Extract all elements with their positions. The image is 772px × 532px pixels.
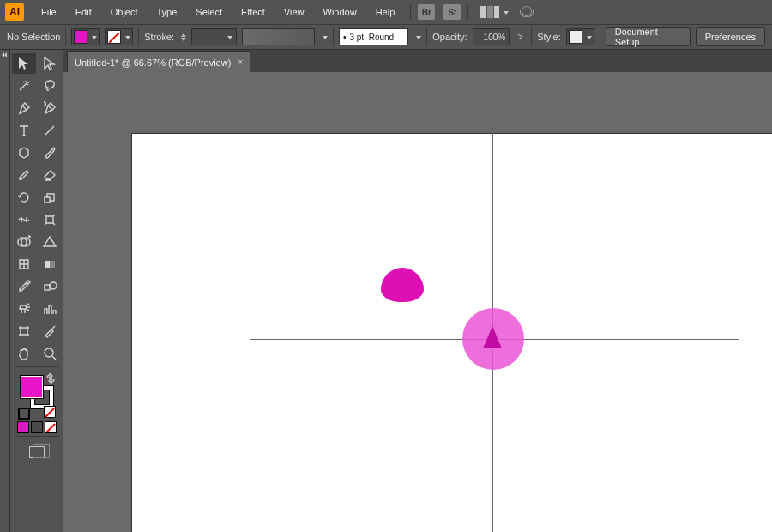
menu-select[interactable]: Select xyxy=(187,3,231,21)
fill-proxy-icon[interactable] xyxy=(20,375,44,399)
brush-definition[interactable]: • 3 pt. Round xyxy=(339,28,408,45)
fill-swatch[interactable] xyxy=(71,28,100,45)
app-logo: Ai xyxy=(5,3,24,21)
artboard xyxy=(132,134,772,532)
fill-stroke-proxy[interactable] xyxy=(20,375,54,409)
document-setup-button[interactable]: Document Setup xyxy=(606,27,691,46)
preferences-button[interactable]: Preferences xyxy=(696,27,765,46)
lasso-tool[interactable] xyxy=(38,76,62,96)
stroke-swatch[interactable] xyxy=(105,28,133,45)
chevron-down-icon[interactable] xyxy=(504,11,509,15)
stroke-weight-stepper[interactable] xyxy=(181,33,186,41)
menu-help[interactable]: Help xyxy=(367,3,404,21)
menu-file[interactable]: File xyxy=(33,3,65,21)
arrange-documents-icon[interactable] xyxy=(480,6,499,18)
mesh-tool[interactable] xyxy=(12,254,36,275)
direct-selection-tool[interactable] xyxy=(38,53,62,74)
separator xyxy=(531,27,532,46)
magic-wand-tool[interactable] xyxy=(12,76,36,96)
separator xyxy=(467,4,468,20)
hand-tool[interactable] xyxy=(12,343,36,364)
color-mode-gradient-icon[interactable] xyxy=(31,421,43,433)
stock-badge-icon[interactable]: St xyxy=(443,4,461,20)
document-tab-title: Untitled-1* @ 66.67% (RGB/Preview) xyxy=(75,57,231,68)
perspective-grid-tool[interactable] xyxy=(38,232,62,252)
stroke-label: Stroke: xyxy=(144,32,174,42)
symbol-sprayer-tool[interactable] xyxy=(12,299,36,319)
artboard-tool[interactable] xyxy=(12,321,36,342)
color-mode-color-icon[interactable] xyxy=(17,421,29,433)
rotate-tool[interactable] xyxy=(12,187,36,208)
none-icon[interactable] xyxy=(44,406,56,418)
fill-color-icon xyxy=(74,30,87,44)
svg-point-6 xyxy=(45,348,53,357)
scale-tool[interactable] xyxy=(38,187,62,208)
menu-object[interactable]: Object xyxy=(102,3,147,21)
style-icon xyxy=(569,30,582,44)
separator xyxy=(15,366,59,367)
pencil-tool[interactable] xyxy=(12,165,36,185)
menu-type[interactable]: Type xyxy=(148,3,186,21)
svg-point-5 xyxy=(50,282,57,289)
pen-tool[interactable] xyxy=(12,98,36,118)
selection-tool[interactable] xyxy=(12,53,36,74)
line-segment-tool[interactable] xyxy=(38,120,62,141)
width-tool[interactable] xyxy=(12,209,36,230)
menu-view[interactable]: View xyxy=(275,3,313,21)
eraser-tool[interactable] xyxy=(38,165,62,185)
panel-collapse-strip[interactable] xyxy=(0,50,10,532)
chevron-right-icon xyxy=(517,33,524,40)
collapse-chevrons-icon xyxy=(2,52,9,59)
separator xyxy=(410,4,411,20)
document-area: Untitled-1* @ 66.67% (RGB/Preview) × xyxy=(63,50,772,532)
eyedropper-tool[interactable] xyxy=(12,276,36,297)
menu-window[interactable]: Window xyxy=(315,3,365,21)
shape-tool[interactable] xyxy=(12,142,36,163)
chevron-down-icon[interactable] xyxy=(416,36,421,39)
chevron-down-icon xyxy=(227,36,232,39)
paintbrush-tool[interactable] xyxy=(38,142,62,163)
svg-rect-4 xyxy=(45,285,50,290)
free-transform-tool[interactable] xyxy=(38,209,62,230)
screen-mode-icon[interactable] xyxy=(29,446,45,458)
bridge-badge-icon[interactable]: Br xyxy=(418,4,435,20)
svg-rect-3 xyxy=(45,261,50,268)
chevron-down-icon xyxy=(587,36,592,39)
toolbox xyxy=(10,50,63,532)
options-bar: No Selection Stroke: • 3 pt. Round Opaci… xyxy=(0,24,772,50)
document-tab[interactable]: Untitled-1* @ 66.67% (RGB/Preview) × xyxy=(67,51,250,72)
screen-mode-row xyxy=(29,446,45,458)
opacity-flyout[interactable] xyxy=(515,32,526,42)
close-tab-icon[interactable]: × xyxy=(238,57,243,67)
separator xyxy=(333,27,334,46)
stroke-weight-field[interactable] xyxy=(191,28,237,45)
gradient-tool[interactable] xyxy=(38,254,62,275)
brush-cursor-arrow-icon xyxy=(483,326,502,348)
graphic-style[interactable] xyxy=(566,28,594,45)
chevron-down-icon[interactable] xyxy=(323,36,328,39)
shape-builder-tool[interactable] xyxy=(12,232,36,252)
separator xyxy=(426,27,427,46)
swap-fill-stroke-icon[interactable] xyxy=(45,373,56,384)
menu-edit[interactable]: Edit xyxy=(67,3,100,21)
blend-tool[interactable] xyxy=(38,276,62,297)
opacity-field[interactable]: 100% xyxy=(473,28,510,45)
canvas[interactable] xyxy=(63,72,772,532)
sync-settings-icon[interactable] xyxy=(519,6,536,18)
column-graph-tool[interactable] xyxy=(38,299,62,319)
type-tool[interactable] xyxy=(12,120,36,141)
document-tabbar: Untitled-1* @ 66.67% (RGB/Preview) × xyxy=(63,50,772,72)
zoom-tool[interactable] xyxy=(38,343,62,364)
separator xyxy=(15,436,59,437)
default-fill-stroke-icon[interactable] xyxy=(18,408,28,418)
chevron-down-icon xyxy=(125,36,130,39)
curvature-tool[interactable] xyxy=(38,98,62,118)
opacity-label: Opacity: xyxy=(432,32,467,42)
bullet-icon: • xyxy=(343,33,347,42)
variable-width-profile[interactable] xyxy=(242,28,315,45)
separator xyxy=(65,27,66,46)
slice-tool[interactable] xyxy=(38,321,62,342)
separator xyxy=(600,27,600,46)
menu-effect[interactable]: Effect xyxy=(232,3,274,21)
color-mode-none-icon[interactable] xyxy=(45,421,57,433)
